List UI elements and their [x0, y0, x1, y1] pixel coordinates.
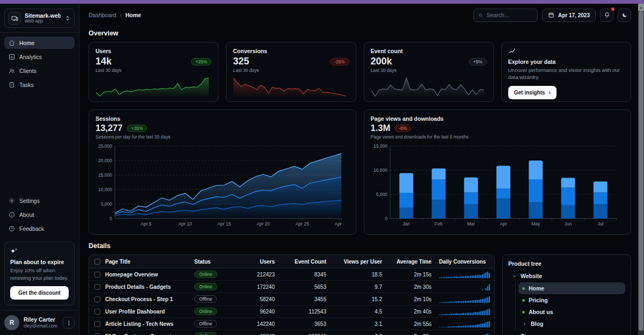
user-name: Riley Carter [24, 316, 57, 323]
notifications-button[interactable] [600, 9, 613, 22]
theme-toggle-button[interactable] [618, 9, 631, 22]
table-row: FAQs - Customer SupportOnline15240106543… [89, 330, 494, 335]
workspace-select[interactable]: Sitemark-web Web app [4, 9, 75, 28]
cell-status: Offline [194, 320, 233, 327]
cell-users: 212423 [233, 272, 282, 278]
row-checkbox[interactable] [94, 333, 100, 335]
cell-event-count: 3455 [282, 296, 334, 302]
column-header-page-title: Page Title [105, 259, 194, 265]
table-row: Homepage OverviewOnline212423834518.52m … [89, 268, 494, 281]
cell-views-per-user: 7.2 [334, 333, 390, 335]
stat-card-caption: Last 30 days [233, 68, 349, 73]
sidebar-item-settings[interactable]: Settings [4, 194, 75, 207]
stat-card-value: 200k [371, 56, 392, 67]
tree-item-about-us[interactable]: About us [518, 306, 625, 318]
svg-text:Apr 15: Apr 15 [217, 221, 231, 227]
row-checkbox[interactable] [94, 296, 100, 302]
stat-card-caption: Last 30 days [96, 68, 211, 73]
cell-average-time: 2m 30s [390, 284, 439, 290]
tree-item-label: Home [529, 285, 544, 292]
column-header-event-count: Event Count [282, 259, 334, 265]
sessions-subtitle: Sessions per day for the last 30 days [96, 134, 349, 140]
sparkle-icon: ✦✧ [10, 247, 69, 255]
cell-page-title: Product Details - Gadgets [105, 284, 194, 290]
cell-event-count: 5653 [282, 284, 334, 290]
product-tree-title: Product tree [508, 260, 625, 267]
tree-item-store[interactable]: Store [508, 330, 625, 335]
pageviews-value: 1.3M [371, 123, 391, 133]
scroll-up-arrow[interactable]: ▲ [638, 4, 644, 11]
user-email: riley@email.com [24, 323, 57, 329]
tree-item-blog[interactable]: Blog [518, 318, 625, 330]
pageviews-bar-chart: 05,00010,00015,000JanFebMarAprMayJunJul [371, 142, 625, 230]
svg-text:Jan: Jan [402, 221, 410, 227]
cell-status: Online [194, 332, 233, 335]
svg-text:Apr 5: Apr 5 [141, 221, 152, 227]
cell-average-time: 2m 55s [390, 321, 439, 327]
sidebar-item-tasks[interactable]: Tasks [4, 78, 75, 91]
sidebar-item-label: Tasks [19, 82, 34, 88]
details-table: Page TitleStatusUsersEvent CountViews pe… [89, 254, 495, 335]
user-row: R Riley Carter riley@email.com [0, 310, 79, 335]
chevron-down-icon [512, 274, 517, 279]
breadcrumb-root[interactable]: Dashboard [89, 12, 116, 18]
sidebar-item-home[interactable]: Home [4, 37, 75, 49]
tree-children: HomePricingAbout usBlog [515, 282, 625, 330]
breadcrumb: Dashboard › Home [89, 12, 141, 18]
sessions-card: Sessions 13,277 +35% Sessions per day fo… [89, 110, 356, 235]
column-header-daily-conversions: Daily Conversions [439, 259, 494, 265]
table-row: Product Details - GadgetsOnline172240565… [89, 281, 494, 293]
select-all-checkbox[interactable] [94, 259, 100, 265]
pageviews-title: Page views and downloads [371, 115, 625, 122]
details-row: Page TitleStatusUsersEvent CountViews pe… [89, 254, 631, 335]
sidebar-item-clients[interactable]: Clients [4, 64, 75, 77]
sidebar-item-analytics[interactable]: Analytics [4, 50, 75, 63]
svg-text:25,000: 25,000 [98, 143, 112, 149]
svg-text:Feb: Feb [435, 221, 443, 227]
row-checkbox[interactable] [94, 321, 100, 327]
get-discount-button[interactable]: Get the discount [10, 286, 69, 300]
get-insights-label: Get insights [514, 90, 545, 96]
row-checkbox[interactable] [94, 309, 100, 315]
cell-status: Online [194, 271, 233, 278]
stat-card-value: 14k [96, 56, 112, 67]
breadcrumb-current: Home [126, 12, 141, 18]
pageviews-subtitle: Page views and downloads for the last 6 … [371, 134, 625, 140]
get-insights-button[interactable]: Get insights › [508, 86, 557, 99]
date-picker-button[interactable]: Apr 17, 2023 [542, 9, 596, 22]
cell-page-title: Homepage Overview [105, 272, 194, 278]
row-checkbox[interactable] [94, 272, 100, 278]
tree-item-home[interactable]: Home [518, 282, 625, 294]
clients-icon [9, 68, 15, 74]
scrollbar-thumb[interactable] [639, 11, 643, 331]
cell-users: 172240 [233, 284, 282, 290]
stat-trend-badge: -25% [330, 58, 349, 65]
cell-daily-conversions-sparkline [439, 271, 495, 279]
plan-title: Plan about to expire [10, 259, 69, 265]
stat-card-sparkline [96, 76, 211, 99]
svg-text:Jul: Jul [597, 221, 603, 227]
cell-page-title: Article Listing - Tech News [105, 321, 194, 327]
stat-card-value: 325 [233, 56, 249, 67]
chevron-right-icon [522, 322, 527, 326]
stat-card-caption: Last 30 days [371, 68, 487, 73]
sidebar-item-label: About [19, 212, 34, 218]
search-input[interactable] [486, 12, 533, 18]
sidebar-item-about[interactable]: About [4, 208, 75, 221]
scrollbar[interactable]: ▲ [638, 4, 644, 335]
tree-item-website[interactable]: Website [508, 270, 625, 282]
cell-page-title: FAQs - Customer Support [105, 333, 194, 335]
tasks-icon [9, 82, 15, 88]
calendar-icon [548, 12, 554, 18]
product-tree-card: Product tree WebsiteHomePricingAbout usB… [502, 254, 631, 335]
search-box[interactable] [473, 9, 538, 22]
svg-text:Apr: Apr [500, 221, 507, 227]
cell-event-count: 112543 [282, 309, 334, 315]
cell-daily-conversions-sparkline [439, 308, 495, 316]
user-menu-button[interactable] [63, 317, 75, 329]
product-tree: WebsiteHomePricingAbout usBlogStore [508, 270, 625, 335]
stat-card-title: Event count [371, 48, 487, 54]
tree-item-pricing[interactable]: Pricing [518, 294, 625, 306]
sidebar-item-feedback[interactable]: Feedback [4, 222, 75, 235]
row-checkbox[interactable] [94, 284, 100, 290]
